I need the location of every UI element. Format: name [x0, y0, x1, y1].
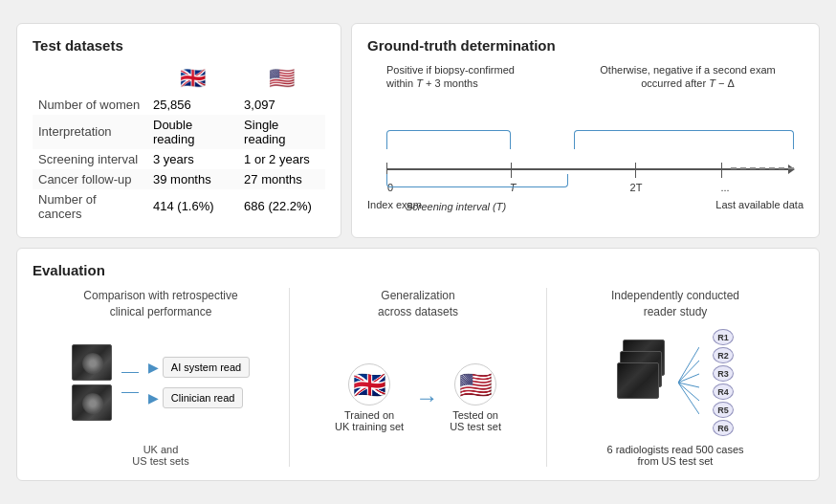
evaluation-card: Evaluation Comparison with retrospective…: [16, 248, 820, 482]
eval-generalization: Generalizationacross datasets 🇬🇧 Trained…: [290, 288, 547, 468]
ai-read-box: AI system read: [163, 357, 250, 378]
label-dots: ...: [715, 182, 735, 193]
reader-R5: R5: [713, 402, 734, 418]
negative-label: Otherwise, negative if a second examoccu…: [578, 63, 798, 91]
row-label: Interpretation: [33, 115, 147, 149]
reader-R4: R4: [713, 383, 734, 400]
uk-header: 🇬🇧: [147, 63, 238, 95]
table-row: Number of cancers 414 (1.6%) 686 (22.2%): [33, 189, 325, 224]
uk-flag-circle: 🇬🇧: [348, 363, 390, 405]
last-data-label: Last available data: [698, 199, 803, 210]
trained-label: Trained onUK training set: [335, 409, 404, 432]
clinician-read-box: Clinician read: [163, 387, 244, 408]
tick-2T: [635, 163, 636, 178]
test-datasets-card: Test datasets 🇬🇧 🇺🇸 Number of wo: [16, 23, 341, 238]
dotted-line: [731, 167, 794, 169]
table-row: Screening interval 3 years 1 or 2 years: [33, 149, 325, 169]
label-2T: 2T: [624, 182, 649, 193]
negative-brace: [574, 130, 794, 149]
tested-label: Tested onUS test set: [450, 409, 501, 432]
row-us-value: 27 months: [238, 169, 325, 189]
row-label: Cancer follow-up: [33, 169, 147, 189]
us-header: 🇺🇸: [238, 63, 325, 95]
mri-image-2: [72, 384, 112, 421]
screening-interval-label: Screening interval (T): [406, 201, 506, 212]
row-label: Number of cancers: [33, 189, 147, 224]
table-row: Interpretation Double reading Single rea…: [33, 115, 325, 149]
row-uk-value: 414 (1.6%): [147, 189, 238, 224]
ground-truth-title: Ground-truth determination: [367, 37, 803, 54]
reader-R1: R1: [713, 329, 734, 345]
eval-sections: Comparison with retrospectiveclinical pe…: [33, 288, 803, 468]
row-uk-value: 39 months: [147, 169, 238, 189]
fan-svg: [678, 340, 699, 426]
arrow-ai-icon: ▶: [148, 360, 159, 375]
datasets-table: 🇬🇧 🇺🇸 Number of women 25,856 3,097 Inter…: [33, 63, 325, 224]
reader-study-title: Independently conductedreader study: [611, 288, 739, 320]
table-row: Cancer follow-up 39 months 27 months: [33, 169, 325, 189]
us-flag-circle: 🇺🇸: [454, 363, 496, 405]
label-header: [33, 63, 147, 95]
reader-fan-lines: [678, 340, 699, 426]
tick-dots: [721, 163, 722, 178]
generalization-arrow-icon: →: [415, 384, 438, 411]
us-flag-icon: 🇺🇸: [269, 66, 295, 90]
gt-diagram: Positive if biopsy-confirmedwithin T + 3…: [367, 63, 803, 197]
screening-brace: [386, 174, 568, 187]
reader-study-body: R1 R2 R3 R4 R5 R6: [617, 329, 734, 436]
row-uk-value: Double reading: [147, 115, 238, 149]
mri-image-1: [72, 344, 112, 381]
table-row: Number of women 25,856 3,097: [33, 95, 325, 115]
comparison-title: Comparison with retrospectiveclinical pe…: [83, 288, 237, 320]
comparison-caption: UK andUS test sets: [132, 444, 188, 467]
row-us-value: 1 or 2 years: [238, 149, 325, 169]
generalization-title: Generalizationacross datasets: [378, 288, 458, 320]
positive-brace: [386, 130, 511, 149]
arrow-clinician-icon: ▶: [148, 390, 159, 405]
evaluation-title: Evaluation: [33, 262, 803, 278]
reader-bubbles: R1 R2 R3 R4 R5 R6: [713, 329, 734, 436]
reader-R6: R6: [713, 420, 734, 436]
connector-line-2: [121, 392, 139, 393]
row-label: Screening interval: [33, 149, 147, 169]
row-label: Number of women: [33, 95, 147, 115]
ground-truth-card: Ground-truth determination Positive if b…: [351, 23, 820, 238]
svg-line-1: [678, 361, 699, 383]
ai-read-row: ▶ AI system read: [148, 357, 250, 378]
row-uk-value: 25,856: [147, 95, 238, 115]
comparison-body: ▶ AI system read ▶ Clinician read: [72, 329, 250, 436]
clinician-read-row: ▶ Clinician read: [148, 387, 244, 408]
row-us-value: 686 (22.2%): [238, 189, 325, 224]
eval-reader-study: Independently conductedreader study: [547, 288, 803, 468]
eval-comparison: Comparison with retrospectiveclinical pe…: [33, 288, 290, 468]
test-datasets-title: Test datasets: [33, 37, 325, 54]
row-us-value: Single reading: [238, 115, 325, 149]
reader-mri-1: [617, 362, 659, 399]
reader-R2: R2: [713, 347, 734, 363]
svg-line-0: [678, 347, 699, 383]
reader-caption: 6 radiologists read 500 casesfrom US tes…: [606, 444, 743, 467]
generalization-body: 🇬🇧 Trained onUK training set → 🇺🇸 Tested…: [335, 329, 501, 467]
svg-line-2: [678, 374, 699, 383]
row-us-value: 3,097: [238, 95, 325, 115]
connector-line-1: [121, 372, 139, 373]
reader-R3: R3: [713, 365, 734, 382]
reader-mri-stack: [617, 340, 671, 426]
uk-flag-icon: 🇬🇧: [180, 66, 206, 90]
row-uk-value: 3 years: [147, 149, 238, 169]
positive-label: Positive if biopsy-confirmedwithin T + 3…: [386, 63, 535, 91]
